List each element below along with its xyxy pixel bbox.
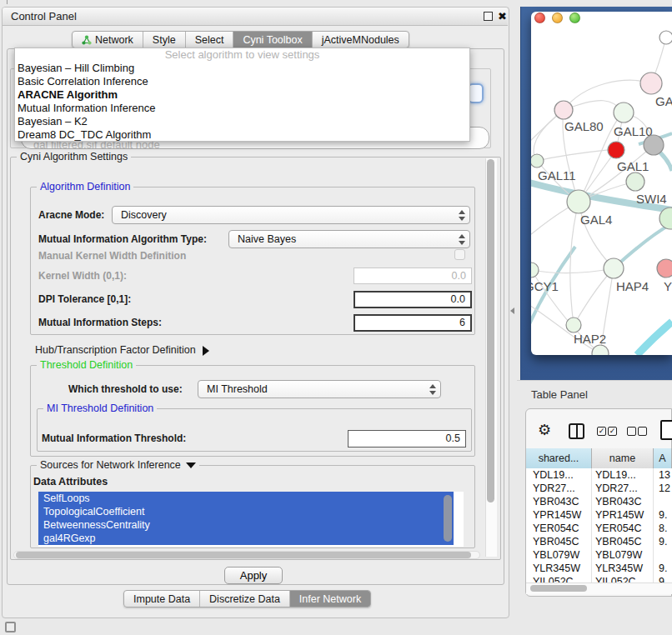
algorithm-option-basic-correlation-inference[interactable]: Basic Correlation Inference <box>15 75 469 88</box>
restore-panel-icon[interactable] <box>5 622 16 632</box>
mi-threshold-label: Mutual Information Threshold: <box>42 430 186 448</box>
data-attributes-label: Data Attributes <box>33 475 108 488</box>
expand-right-icon <box>203 346 209 356</box>
apply-button[interactable]: Apply <box>224 567 283 584</box>
float-icon[interactable] <box>484 12 493 21</box>
network-node-gal4[interactable] <box>567 190 590 213</box>
network-node[interactable] <box>659 31 672 44</box>
network-edges-teal <box>531 133 672 355</box>
close-traffic-light[interactable] <box>534 12 545 23</box>
select-all-icon[interactable]: ✓ <box>597 427 606 436</box>
tab-discretize-data[interactable]: Discretize Data <box>199 591 289 607</box>
algorithm-option-dream8-dc-tdc-algorithm[interactable]: Dream8 DC_TDC Algorithm <box>15 128 469 142</box>
network-node-hap2[interactable] <box>566 318 581 332</box>
network-node-gal10[interactable] <box>614 102 634 122</box>
table-cell: YLR345W <box>592 562 654 575</box>
dpi-tolerance-field[interactable]: 0.0 <box>354 291 472 308</box>
sources-legend[interactable]: Sources for Network Inference <box>37 460 199 471</box>
divider-collapse-icon[interactable] <box>510 308 514 314</box>
column-header-a[interactable]: A <box>654 448 672 468</box>
network-node-y[interactable] <box>657 259 672 278</box>
table-cell: YBR043C <box>526 495 592 508</box>
table-horizontal-scrollbar-thumb[interactable] <box>530 585 587 592</box>
network-node[interactable] <box>644 135 664 155</box>
network-node-gal80[interactable] <box>554 101 573 119</box>
tab-network[interactable]: Network <box>73 32 143 48</box>
network-node-gcy1[interactable] <box>531 262 539 278</box>
algorithm-dropdown-popup: Select algorithm to view settings Bayesi… <box>14 48 470 142</box>
algorithm-option-bayesian-k2[interactable]: Bayesian – K2 <box>15 115 469 128</box>
settings-horizontal-scrollbar-thumb[interactable] <box>16 552 471 558</box>
tab-jactivemnodules[interactable]: jActiveMNodules <box>312 32 409 48</box>
select-all-icon[interactable]: ✓ <box>608 427 617 436</box>
hub-definition-expander[interactable]: Hub/Transcription Factor Definition <box>35 343 209 358</box>
network-node-hap4[interactable] <box>604 258 624 278</box>
network-node[interactable] <box>592 345 609 355</box>
minimize-traffic-light[interactable] <box>552 12 563 23</box>
column-header-shared-[interactable]: shared... <box>526 448 592 468</box>
gear-icon[interactable]: ⚙ <box>538 422 551 438</box>
table-row[interactable]: YBR045CYBR045C9. <box>526 535 672 548</box>
table-row[interactable]: YPR145WYPR145W9. <box>526 508 672 522</box>
table-cell: YPR145W <box>526 508 592 522</box>
new-table-icon[interactable] <box>660 420 672 440</box>
stepper-arrows-icon <box>457 209 466 222</box>
table-row[interactable]: YLR345WYLR345W9. <box>526 562 672 575</box>
table-row[interactable]: YDL19...YDL19...13 <box>526 468 672 482</box>
mi-threshold-field[interactable]: 0.5 <box>348 430 466 448</box>
attributes-list-scrollbar-thumb[interactable] <box>444 495 452 542</box>
table-row[interactable]: YIL052CYIL052C9 <box>526 575 672 582</box>
aracne-mode-select[interactable]: Discovery <box>112 206 470 224</box>
table-cell: YBL079W <box>592 548 654 562</box>
tab-label: jActiveMNodules <box>322 34 399 46</box>
table-cell <box>654 548 672 562</box>
tab-cyni-toolbox[interactable]: Cyni Toolbox <box>233 32 311 48</box>
column-header-name[interactable]: name <box>592 448 654 468</box>
table-cell: YLR345W <box>526 562 592 575</box>
tab-impute-data[interactable]: Impute Data <box>124 591 199 607</box>
table-cell: 9 <box>654 575 672 582</box>
close-icon[interactable]: ✖ <box>498 10 507 23</box>
split-columns-icon[interactable] <box>569 423 584 439</box>
algorithm-option-mutual-information-inference[interactable]: Mutual Information Inference <box>15 102 469 115</box>
table-row[interactable]: YBR043CYBR043C <box>526 495 672 508</box>
node-label-hap2: HAP2 <box>574 332 606 346</box>
tab-label: Infer Network <box>299 593 361 605</box>
deselect-all-icon[interactable] <box>627 427 636 436</box>
zoom-traffic-light[interactable] <box>569 12 580 23</box>
table-row[interactable]: YBL079WYBL079W <box>526 548 672 562</box>
attribute-item-selfloops[interactable]: SelfLoops <box>38 492 454 505</box>
table-cell: YBR043C <box>592 495 654 508</box>
which-threshold-select[interactable]: MI Threshold <box>198 380 441 398</box>
collapse-down-icon <box>186 462 196 468</box>
data-attributes-list: SelfLoopsTopologicalCoefficientBetweenne… <box>38 492 464 547</box>
network-node[interactable] <box>608 142 624 158</box>
table-cell: 13 <box>654 468 672 482</box>
algorithm-option-aracne-algorithm[interactable]: ARACNE Algorithm <box>15 88 469 102</box>
table-row[interactable]: YER054CYER054C8. <box>526 522 672 535</box>
attribute-item-betweennesscentrality[interactable]: BetweennessCentrality <box>38 518 454 532</box>
attribute-item-gal4rgexp[interactable]: gal4RGexp <box>38 532 454 545</box>
cyni-mode-tab-bar: Impute DataDiscretize DataInfer Network <box>123 590 371 608</box>
manual-kernel-checkbox[interactable] <box>454 249 465 260</box>
network-node-gal1[interactable] <box>626 172 644 191</box>
network-node-gal[interactable] <box>640 72 662 94</box>
mi-type-value: Naive Bayes <box>238 231 296 248</box>
mi-type-select[interactable]: Naive Bayes <box>228 230 470 248</box>
mi-steps-field[interactable]: 6 <box>354 314 472 332</box>
kernel-width-field[interactable]: 0.0 <box>354 268 472 284</box>
network-canvas[interactable]: GALGAL80GAL10GAL1SWI4GAL11GAL4HAP4YGCY1H… <box>531 23 672 355</box>
algorithm-option-bayesian-hill-climbing[interactable]: Bayesian – Hill Climbing <box>15 62 469 75</box>
table-cell: YDL19... <box>526 468 592 482</box>
application-window: Control Panel ✖ NetworkStyleSelectCyni T… <box>0 0 672 635</box>
tab-label: Discretize Data <box>209 593 280 605</box>
tab-style[interactable]: Style <box>143 32 185 48</box>
settings-vertical-scrollbar-thumb[interactable] <box>487 159 494 502</box>
table-cell: YDR27... <box>526 482 592 495</box>
deselect-all-icon[interactable] <box>638 427 647 436</box>
network-node-gal11[interactable] <box>531 154 544 168</box>
tab-infer-network[interactable]: Infer Network <box>289 591 370 607</box>
attribute-item-topologicalcoefficient[interactable]: TopologicalCoefficient <box>38 505 454 518</box>
tab-select[interactable]: Select <box>185 32 233 48</box>
table-row[interactable]: YDR27...YDR27...12 <box>526 482 672 495</box>
